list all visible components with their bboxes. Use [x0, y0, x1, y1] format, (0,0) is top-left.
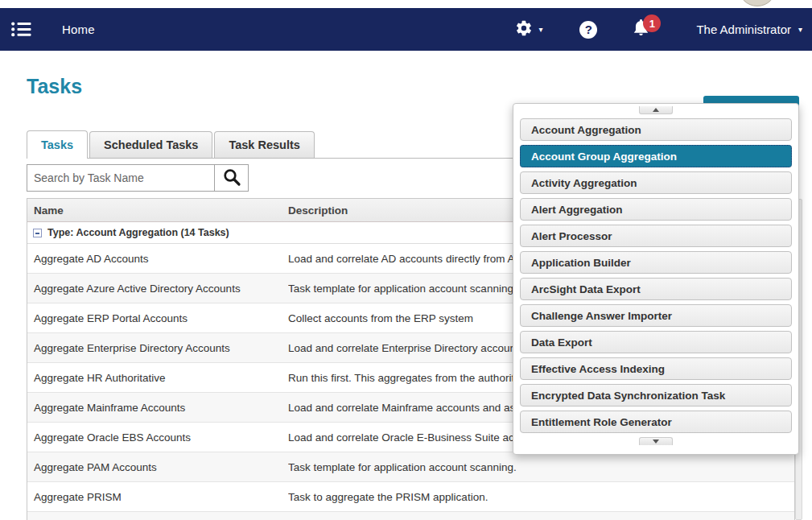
tab-task-results[interactable]: Task Results — [214, 131, 314, 158]
table-row[interactable]: Aggregate PAM Accounts Task template for… — [27, 452, 794, 482]
group-header-label: Type: Account Aggregation (14 Tasks) — [47, 227, 229, 238]
search-input[interactable] — [27, 164, 215, 192]
tab-scheduled-tasks[interactable]: Scheduled Tasks — [89, 131, 212, 158]
collapse-group-icon[interactable] — [33, 229, 42, 237]
task-name: Aggregate PRISM — [27, 491, 288, 503]
hamburger-menu-icon[interactable] — [8, 19, 35, 40]
dropdown-item-alert-processor[interactable]: Alert Processor — [520, 225, 792, 247]
dropdown-item-encrypted-data-synchronization-task[interactable]: Encrypted Data Synchronization Task — [520, 384, 792, 407]
dropdown-item-data-export[interactable]: Data Export — [520, 331, 792, 353]
task-name: Aggregate Azure Active Directory Account… — [27, 283, 288, 295]
search-button[interactable] — [214, 164, 249, 192]
triangle-up-icon — [653, 108, 659, 112]
dropdown-item-activity-aggregation[interactable]: Activity Aggregation — [520, 171, 792, 194]
new-task-dropdown: Account Aggregation Account Group Aggreg… — [513, 103, 799, 455]
scroll-down-button[interactable] — [639, 437, 673, 445]
task-description: Task template for application account sc… — [288, 461, 794, 473]
gear-icon — [515, 19, 533, 40]
chevron-down-icon: ▾ — [798, 26, 802, 34]
dropdown-item-alert-aggregation[interactable]: Alert Aggregation — [520, 198, 792, 221]
triangle-down-icon — [653, 440, 659, 444]
help-icon[interactable]: ? — [579, 21, 597, 39]
notifications-button[interactable]: 1 — [633, 19, 649, 40]
top-strip — [0, 0, 812, 8]
dropdown-item-application-builder[interactable]: Application Builder — [520, 251, 792, 274]
task-name: Aggregate PAM Accounts — [27, 461, 288, 473]
dropdown-item-account-aggregation[interactable]: Account Aggregation — [520, 118, 792, 141]
column-header-name[interactable]: Name — [27, 204, 288, 217]
navbar: Home ▾ ? 1 The Administrator ▾ — [0, 8, 812, 51]
task-name: Aggregate Enterprise Directory Accounts — [27, 342, 288, 354]
table-row[interactable]: Aggregate PRISM Task to aggregate the PR… — [27, 482, 794, 512]
avatar — [738, 0, 777, 6]
table-row — [27, 512, 794, 520]
dropdown-item-effective-access-indexing[interactable]: Effective Access Indexing — [520, 357, 792, 380]
user-menu-label: The Administrator — [696, 23, 791, 36]
task-name: Aggregate HR Authoritative — [27, 372, 288, 384]
task-name: Aggregate AD Accounts — [27, 253, 288, 265]
nav-home-link[interactable]: Home — [62, 23, 95, 36]
scroll-up-button[interactable] — [639, 106, 673, 114]
chevron-down-icon: ▾ — [538, 26, 542, 34]
user-menu[interactable]: The Administrator ▾ — [696, 23, 802, 36]
page-title: Tasks — [27, 74, 799, 98]
dropdown-item-arcsight-data-export[interactable]: ArcSight Data Export — [520, 278, 792, 300]
dropdown-item-challenge-answer-importer[interactable]: Challenge Answer Importer — [520, 304, 792, 327]
task-description: Task to aggregate the PRISM application. — [288, 491, 794, 503]
dropdown-item-entitlement-role-generator[interactable]: Entitlement Role Generator — [520, 411, 792, 433]
notification-badge: 1 — [643, 14, 661, 32]
tab-tasks[interactable]: Tasks — [27, 130, 88, 159]
task-name: Aggregate Oracle EBS Accounts — [27, 431, 288, 444]
search-icon — [222, 167, 241, 189]
task-name: Aggregate Mainframe Accounts — [27, 402, 288, 414]
navbar-right: ▾ ? 1 The Administrator ▾ — [515, 19, 802, 40]
task-name: Aggregate ERP Portal Accounts — [27, 312, 288, 324]
settings-menu[interactable]: ▾ — [515, 19, 542, 40]
dropdown-item-account-group-aggregation[interactable]: Account Group Aggregation — [520, 145, 792, 167]
